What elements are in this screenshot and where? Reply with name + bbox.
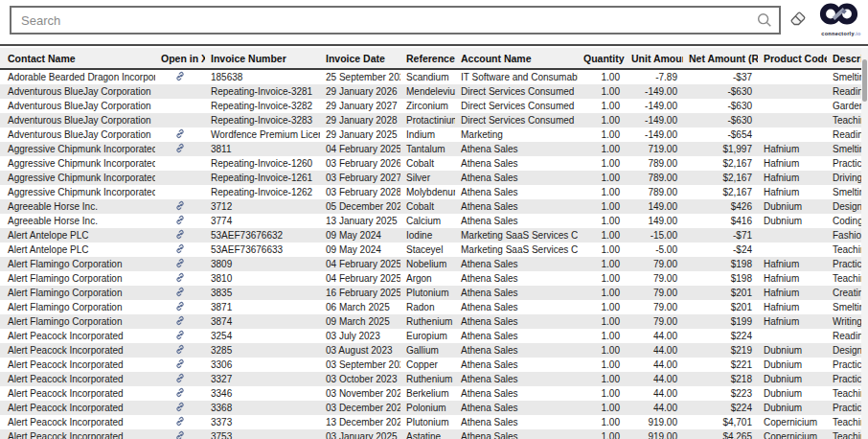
table-row[interactable]: Agreeable Horse Inc. 3774 13 January 202… (0, 214, 861, 228)
col-header-contact-name[interactable]: Contact Name (0, 48, 155, 69)
col-header-net-amount[interactable]: Net Amount (RC) (683, 48, 758, 69)
cell-unit-amount: 44.00 (626, 401, 683, 415)
open-in-xero-link[interactable] (174, 358, 186, 369)
cell-product-code: Hafnium (758, 257, 827, 271)
cell-product-code: Copernicium (758, 429, 827, 439)
open-in-xero-link[interactable] (174, 272, 186, 283)
table-row[interactable]: Alert Peacock Incorporated 3373 13 Decem… (0, 415, 861, 429)
open-in-xero-link[interactable] (174, 344, 186, 355)
cell-invoice-date: 04 February 2025 (320, 142, 400, 156)
table-row[interactable]: Adventurous BlueJay Corporation Repeatin… (0, 84, 861, 99)
cell-description: Writing (827, 314, 861, 329)
table-row[interactable]: Alert Peacock Incorporated 3254 03 July … (0, 329, 861, 343)
cell-invoice-number: 3871 (205, 300, 320, 314)
search-icon[interactable] (756, 12, 773, 29)
open-in-xero-link[interactable] (174, 200, 186, 211)
link-icon (174, 71, 186, 81)
table-row[interactable]: Adventurous BlueJay Corporation Repeatin… (0, 113, 861, 127)
open-in-xero-link[interactable] (174, 330, 186, 340)
scrollbar-thumb[interactable] (862, 59, 867, 102)
col-header-description[interactable]: Description (827, 48, 861, 69)
cell-account-name: Marketing SaaS Services Consumed (455, 228, 578, 243)
open-in-xero-link[interactable] (174, 301, 186, 312)
table-row[interactable]: Alert Peacock Incorporated 3306 03 Septe… (0, 358, 861, 372)
table-row[interactable]: Adorable Bearded Dragon Incorporated 185… (0, 69, 861, 84)
cell-contact-name: Alert Peacock Incorporated (0, 386, 155, 401)
open-in-xero-link[interactable] (174, 287, 186, 297)
cell-unit-amount: -15.00 (626, 228, 683, 243)
table-row[interactable]: Aggressive Chipmunk Incorporated Repeati… (0, 185, 861, 199)
cell-invoice-number: 3306 (205, 358, 320, 372)
table-row[interactable]: Adventurous BlueJay Corporation Repeatin… (0, 99, 861, 113)
cell-net-amount: $219 (683, 343, 758, 358)
open-in-xero-link[interactable] (174, 215, 186, 225)
open-in-xero-link[interactable] (174, 128, 186, 139)
table-row[interactable]: Alert Peacock Incorporated 3285 03 Augus… (0, 343, 861, 358)
open-in-xero-link[interactable] (174, 387, 186, 398)
open-in-xero-link[interactable] (174, 416, 186, 427)
cell-net-amount: -$630 (683, 84, 758, 99)
open-in-xero-link[interactable] (174, 229, 186, 240)
cell-reference: Plutonium (400, 415, 455, 429)
vertical-scrollbar[interactable] (861, 48, 868, 439)
link-icon (174, 215, 186, 225)
search-input[interactable] (10, 6, 781, 35)
table-row[interactable]: Aggressive Chipmunk Incorporated Repeati… (0, 156, 861, 171)
open-in-xero-link[interactable] (174, 258, 186, 268)
table-row[interactable]: Alert Flamingo Corporation 3871 06 March… (0, 300, 861, 314)
cell-net-amount: $218 (683, 372, 758, 386)
col-header-reference[interactable]: Reference (400, 48, 455, 69)
cell-description: Reading (827, 84, 861, 99)
table-row[interactable]: Alert Flamingo Corporation 3809 04 Febru… (0, 257, 861, 271)
open-in-xero-link[interactable] (174, 243, 186, 254)
clear-search-button[interactable] (788, 10, 809, 31)
cell-quantity: 1.00 (578, 415, 626, 429)
table-row[interactable]: Agreeable Horse Inc. 3712 05 December 20… (0, 199, 861, 214)
table-row[interactable]: Alert Antelope PLC 53AEF73676633 09 May … (0, 243, 861, 257)
open-in-xero-link[interactable] (174, 402, 186, 412)
cell-quantity: 1.00 (578, 271, 626, 286)
cell-net-amount: $201 (683, 286, 758, 300)
link-icon (174, 315, 186, 326)
col-header-unit-amount[interactable]: Unit Amount (626, 48, 683, 69)
cell-unit-amount: 44.00 (626, 358, 683, 372)
cell-account-name: Athena Sales (455, 372, 578, 386)
cell-description: Smelting (827, 185, 861, 199)
table-row[interactable]: Alert Antelope PLC 53AEF73676632 09 May … (0, 228, 861, 243)
col-header-quantity[interactable]: Quantity (578, 48, 626, 69)
table-row[interactable]: Alert Peacock Incorporated 3346 03 Novem… (0, 386, 861, 401)
table-row[interactable]: Alert Flamingo Corporation 3835 16 Febru… (0, 286, 861, 300)
cell-contact-name: Alert Flamingo Corporation (0, 271, 155, 286)
table-row[interactable]: Aggressive Chipmunk Incorporated 3811 04… (0, 142, 861, 156)
table-row[interactable]: Aggressive Chipmunk Incorporated Repeati… (0, 171, 861, 185)
cell-contact-name: Alert Flamingo Corporation (0, 314, 155, 329)
open-in-xero-link[interactable] (174, 71, 186, 81)
cell-invoice-number: 3327 (205, 372, 320, 386)
cell-invoice-date: 13 December 2023 (320, 415, 400, 429)
col-header-account-name[interactable]: Account Name (455, 48, 578, 69)
open-in-xero-link[interactable] (174, 143, 186, 153)
open-in-xero-link[interactable] (174, 315, 186, 326)
cell-net-amount: $2,167 (683, 171, 758, 185)
cell-quantity: 1.00 (578, 286, 626, 300)
table-row[interactable]: Alert Peacock Incorporated 3327 03 Octob… (0, 372, 861, 386)
cell-product-code: Hafnium (758, 142, 827, 156)
cell-quantity: 1.00 (578, 127, 626, 142)
open-in-xero-link[interactable] (174, 373, 186, 383)
col-header-invoice-number[interactable]: Invoice Number (205, 48, 320, 69)
cell-open-in-xero (155, 142, 205, 156)
open-in-xero-link[interactable] (174, 430, 186, 439)
cell-reference: Silver (400, 171, 455, 185)
table-row[interactable]: Alert Flamingo Corporation 3810 04 Febru… (0, 271, 861, 286)
cell-unit-amount: 149.00 (626, 199, 683, 214)
col-header-invoice-date[interactable]: Invoice Date (320, 48, 400, 69)
table-row[interactable]: Alert Peacock Incorporated 3368 03 Decem… (0, 401, 861, 415)
table-row[interactable]: Adventurous BlueJay Corporation Wordfenc… (0, 127, 861, 142)
cell-quantity: 1.00 (578, 69, 626, 84)
table-row[interactable]: Alert Peacock Incorporated 3753 03 Janua… (0, 429, 861, 439)
cell-contact-name: Adventurous BlueJay Corporation (0, 84, 155, 99)
table-row[interactable]: Alert Flamingo Corporation 3874 09 March… (0, 314, 861, 329)
col-header-open-in-xero[interactable]: Open in Xero (155, 48, 205, 69)
cell-net-amount: $1,997 (683, 142, 758, 156)
col-header-product-code[interactable]: Product Code (758, 48, 827, 69)
